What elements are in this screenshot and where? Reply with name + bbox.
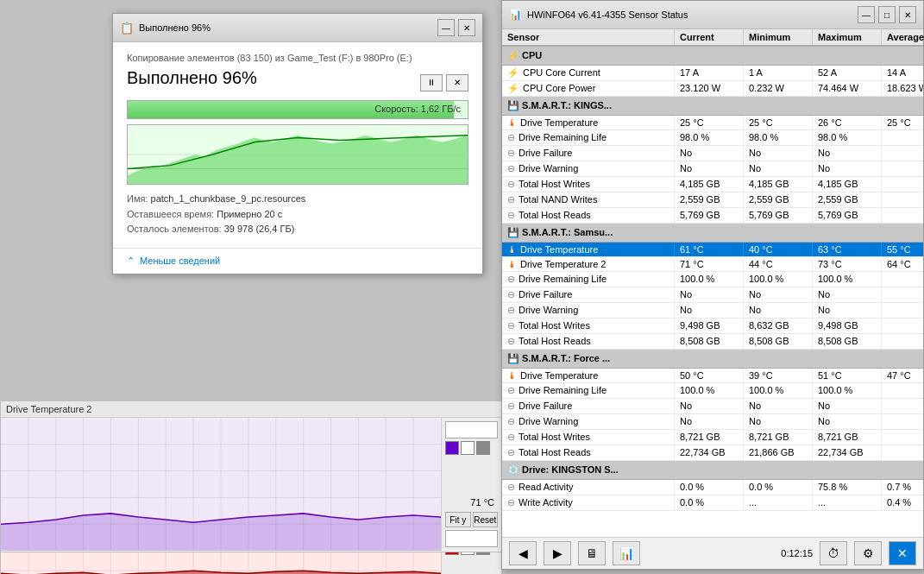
min-samsung-temp: 40 °C xyxy=(744,243,813,256)
row-samsung-remaining[interactable]: ⊖Drive Remaining Life 100.0 % 100.0 % 10… xyxy=(502,272,923,287)
min-kings-failure: No xyxy=(744,146,813,161)
max-kings-reads: 5,769 GB xyxy=(813,208,882,223)
current-kingston-read: 0.0 % xyxy=(675,480,744,495)
temp-icon-3: 🌡 xyxy=(507,259,517,269)
current-samsung-warning: No xyxy=(675,303,744,318)
cpu-group-label: CPU xyxy=(522,50,542,60)
settings-button[interactable]: ⚙ xyxy=(854,541,882,565)
close-button[interactable]: ✕ xyxy=(458,19,475,36)
avg-force-failure xyxy=(882,399,923,413)
row-samsung-drive-temp2[interactable]: 🌡Drive Temperature 2 71 °C 44 °C 73 °C 6… xyxy=(502,257,923,272)
hwinfo-content[interactable]: ⚡ CPU ⚡CPU Core Current 17 A 1 A 52 A 14… xyxy=(502,47,923,537)
chart2-title: Drive Temperature 2 xyxy=(1,401,501,418)
minimize-button[interactable]: — xyxy=(437,19,455,36)
avg-kings-remaining xyxy=(882,130,923,145)
hwinfo-maximize-button[interactable]: □ xyxy=(878,6,896,23)
samsung-group-icon: 💾 xyxy=(507,227,519,237)
circle-icon-15: ⊖ xyxy=(507,432,515,442)
samsung-group-label: S.M.A.R.T.: Samsu... xyxy=(522,227,613,237)
avg-kings-reads xyxy=(882,208,923,223)
row-kings-host-writes[interactable]: ⊖Total Host Writes 4,185 GB 4,185 GB 4,1… xyxy=(502,177,923,192)
avg-samsung-temp2: 64 °C xyxy=(882,257,923,271)
thermometer-icon: ⚡ xyxy=(507,67,519,78)
row-samsung-drive-temp[interactable]: 🌡Drive Temperature 61 °C 40 °C 63 °C 55 … xyxy=(502,243,923,257)
sensor-name-cpu-core-current: ⚡CPU Core Current xyxy=(502,66,675,80)
stop-button[interactable]: ✕ xyxy=(446,74,468,91)
row-force-host-writes[interactable]: ⊖Total Host Writes 8,721 GB 8,721 GB 8,7… xyxy=(502,430,923,445)
avg-kings-failure xyxy=(882,146,923,161)
progress-title: Выполнено 96% xyxy=(127,68,257,88)
current-samsung-temp2: 71 °C xyxy=(675,257,744,271)
hwinfo-close-button[interactable]: ✕ xyxy=(899,6,916,23)
group-header-samsung: 💾 S.M.A.R.T.: Samsu... xyxy=(502,224,923,243)
min-kingston-read: 0.0 % xyxy=(744,480,813,495)
chart2-btn-row: Fit y Reset xyxy=(445,512,498,527)
row-force-drive-temp[interactable]: 🌡Drive Temperature 50 °C 39 °C 51 °C 47 … xyxy=(502,369,923,383)
hwinfo-icon: 📊 xyxy=(509,9,522,21)
progress-speed: Скорость: 1,62 ГБ/с xyxy=(374,104,461,114)
kings-group-label: S.M.A.R.T.: KINGS... xyxy=(522,100,612,110)
row-kings-warning[interactable]: ⊖Drive Warning No No No xyxy=(502,161,923,177)
hwinfo-title-text: HWiNFO64 v6.41-4355 Sensor Status xyxy=(527,9,858,20)
max-kings-writes: 4,185 GB xyxy=(813,177,882,192)
col-minimum: Minimum xyxy=(744,29,813,45)
current-kings-remaining: 98.0 % xyxy=(675,130,744,145)
hwinfo-footer: ◀ ▶ 🖥 📊 0:12:15 ⏱ ⚙ ✕ xyxy=(502,537,923,569)
min-force-reads: 21,866 GB xyxy=(744,445,813,460)
row-samsung-host-writes[interactable]: ⊖Total Host Writes 9,498 GB 8,632 GB 9,4… xyxy=(502,319,923,334)
avg-force-warning xyxy=(882,414,923,429)
group-header-kings: 💾 S.M.A.R.T.: KINGS... xyxy=(502,97,923,116)
back-button[interactable]: ◀ xyxy=(509,541,537,565)
forward-button[interactable]: ▶ xyxy=(544,541,571,565)
clock-button[interactable]: ⏱ xyxy=(820,541,847,565)
current-samsung-temp: 61 °C xyxy=(675,243,744,256)
max-samsung-failure: No xyxy=(813,287,882,302)
chart2-color-purple[interactable] xyxy=(445,441,459,455)
row-kingston-write-activity[interactable]: ⊖Write Activity 0.0 % ... ... 0.4 % xyxy=(502,495,923,511)
current-force-temp: 50 °C xyxy=(675,369,744,382)
export-button[interactable]: 📊 xyxy=(613,541,640,565)
chart2-min-input[interactable]: 0 xyxy=(445,530,498,547)
row-samsung-warning[interactable]: ⊖Drive Warning No No No xyxy=(502,303,923,319)
avg-samsung-warning xyxy=(882,303,923,318)
row-kings-failure[interactable]: ⊖Drive Failure No No No xyxy=(502,146,923,161)
circle-icon-14: ⊖ xyxy=(507,416,515,426)
copy-body: Копирование элементов (83 150) из Game_T… xyxy=(113,42,482,248)
chart2-max-input[interactable]: 100 xyxy=(445,421,498,438)
sensor-name-cpu-core-power: ⚡CPU Core Power xyxy=(502,81,675,96)
hwinfo-panel: 📊 HWiNFO64 v6.41-4355 Sensor Status — □ … xyxy=(501,0,924,570)
chart2-fity-button[interactable]: Fit y xyxy=(445,512,471,527)
row-kings-nand-writes[interactable]: ⊖Total NAND Writes 2,559 GB 2,559 GB 2,5… xyxy=(502,192,923,208)
row-kings-host-reads[interactable]: ⊖Total Host Reads 5,769 GB 5,769 GB 5,76… xyxy=(502,208,923,224)
row-force-remaining[interactable]: ⊖Drive Remaining Life 100.0 % 100.0 % 10… xyxy=(502,383,923,399)
row-cpu-core-current[interactable]: ⚡CPU Core Current 17 A 1 A 52 A 14 A xyxy=(502,66,923,81)
chart2-color-gray[interactable] xyxy=(476,441,490,455)
chart2-color-row xyxy=(445,441,498,455)
hwinfo-close-footer-button[interactable]: ✕ xyxy=(889,541,916,565)
avg-kingston-write: 0.4 % xyxy=(882,495,923,510)
max-kings-remaining: 98.0 % xyxy=(813,130,882,145)
avg-samsung-temp: 55 °C xyxy=(882,243,923,256)
cpu-group-icon: ⚡ xyxy=(507,50,519,60)
pause-button[interactable]: ⏸ xyxy=(420,74,443,91)
row-kings-drive-temp[interactable]: 🌡Drive Temperature 25 °C 25 °C 26 °C 25 … xyxy=(502,116,923,130)
min-kingston-write: ... xyxy=(744,495,813,510)
row-force-host-reads[interactable]: ⊖Total Host Reads 22,734 GB 21,866 GB 22… xyxy=(502,445,923,461)
force-group-icon: 💾 xyxy=(507,353,519,363)
temp-icon-2: 🌡 xyxy=(507,244,517,255)
hwinfo-minimize-button[interactable]: — xyxy=(858,6,875,23)
row-cpu-core-power[interactable]: ⚡CPU Core Power 23.120 W 0.232 W 74.464 … xyxy=(502,81,923,97)
col-average: Average xyxy=(882,29,924,45)
row-samsung-failure[interactable]: ⊖Drive Failure No No No xyxy=(502,287,923,303)
row-force-warning[interactable]: ⊖Drive Warning No No No xyxy=(502,414,923,430)
title-bar-buttons: — ✕ xyxy=(437,19,475,36)
row-force-failure[interactable]: ⊖Drive Failure No No No xyxy=(502,399,923,414)
chart2-color-white[interactable] xyxy=(461,441,475,455)
chart2-reset-button[interactable]: Reset xyxy=(473,512,499,527)
circle-icon-7: ⊖ xyxy=(507,274,515,284)
row-kings-remaining[interactable]: ⊖Drive Remaining Life 98.0 % 98.0 % 98.0… xyxy=(502,130,923,146)
row-kingston-read-activity[interactable]: ⊖Read Activity 0.0 % 0.0 % 75.8 % 0.7 % xyxy=(502,480,923,495)
monitor-button[interactable]: 🖥 xyxy=(578,541,606,565)
row-samsung-host-reads[interactable]: ⊖Total Host Reads 8,508 GB 8,508 GB 8,50… xyxy=(502,334,923,350)
min-samsung-remaining: 100.0 % xyxy=(744,272,813,287)
